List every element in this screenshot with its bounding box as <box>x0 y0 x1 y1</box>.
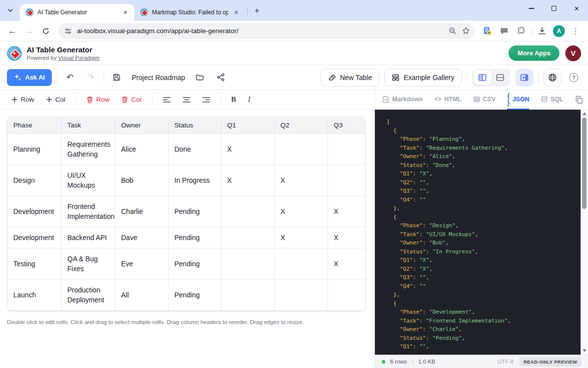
column-header[interactable]: Q1 <box>221 117 274 134</box>
tab-json[interactable]: { } JSON <box>507 90 529 110</box>
maximize-button[interactable] <box>543 0 565 17</box>
tab-markdown[interactable]: Markdown <box>383 90 423 110</box>
table-cell[interactable]: Done <box>168 134 221 165</box>
downloads-icon[interactable] <box>535 24 550 39</box>
minimize-button[interactable] <box>520 0 543 17</box>
table-cell[interactable] <box>221 196 274 227</box>
table-cell[interactable]: Dave <box>115 227 168 248</box>
column-header[interactable]: Task <box>61 117 115 134</box>
table-cell[interactable]: Design <box>7 165 61 196</box>
scroll-down-icon[interactable] <box>583 349 587 352</box>
tab-close-icon[interactable]: ✕ <box>232 8 240 16</box>
table-cell[interactable]: X <box>274 227 328 248</box>
table-cell[interactable]: Planning <box>7 134 61 165</box>
table-cell[interactable] <box>274 280 328 311</box>
table-cell[interactable]: Production Deployment <box>61 280 115 311</box>
table-cell[interactable] <box>274 134 328 165</box>
table-cell[interactable]: Development <box>7 196 61 227</box>
table-cell[interactable]: Testing <box>7 248 61 280</box>
table-cell[interactable] <box>221 280 274 311</box>
table-cell[interactable]: Eve <box>115 248 168 280</box>
table-cell[interactable] <box>328 280 366 311</box>
url-text[interactable]: ai-toolbox.visual-paradigm.com/app/ai-ta… <box>77 27 443 35</box>
scroll-up-icon[interactable] <box>583 112 587 115</box>
table-cell[interactable]: Pending <box>168 248 221 280</box>
code-lines[interactable]: [ { "Phase": "Planning", "Task": "Requir… <box>375 110 588 351</box>
zoom-icon[interactable] <box>448 27 457 35</box>
document-title[interactable]: Project Roadmap <box>132 74 185 82</box>
align-center-button[interactable] <box>178 93 195 107</box>
code-scrollbar[interactable] <box>581 110 588 355</box>
split-horizontal-button[interactable] <box>491 70 509 85</box>
column-header[interactable]: Phase <box>7 117 61 134</box>
browser-menu-icon[interactable]: ⋮ <box>568 24 583 39</box>
share-button[interactable] <box>213 70 228 85</box>
table-cell[interactable] <box>274 248 328 280</box>
table-cell[interactable]: Frontend Implementation <box>61 196 115 227</box>
more-apps-button[interactable]: More Apps <box>509 45 559 61</box>
close-button[interactable]: ✕ <box>565 0 588 17</box>
table-cell[interactable]: Pending <box>168 280 221 311</box>
table-cell[interactable] <box>328 165 366 196</box>
language-button[interactable] <box>544 69 561 86</box>
table-cell[interactable]: Development <box>7 227 61 248</box>
reload-button[interactable] <box>38 24 53 39</box>
table-cell[interactable]: All <box>115 280 168 311</box>
column-header[interactable]: Owner <box>115 117 168 134</box>
visual-paradigm-link[interactable]: Visual Paradigm <box>58 55 100 61</box>
tab-close-icon[interactable]: ✕ <box>121 8 129 16</box>
example-gallery-button[interactable]: Example Gallery <box>384 69 462 86</box>
extensions-icon[interactable] <box>514 24 528 39</box>
table-cell[interactable]: X <box>328 248 366 280</box>
omnibox[interactable]: ai-toolbox.visual-paradigm.com/app/ai-ta… <box>58 23 475 39</box>
table-cell[interactable]: Pending <box>168 196 221 227</box>
table-cell[interactable]: X <box>221 165 274 196</box>
table-cell[interactable]: X <box>274 196 328 227</box>
table-cell[interactable]: X <box>221 134 274 165</box>
back-button[interactable]: ← <box>5 24 20 39</box>
forward-button[interactable]: → <box>22 24 37 39</box>
new-table-button[interactable]: New Table <box>321 69 379 86</box>
table-cell[interactable]: Requirements Gathering <box>61 134 115 165</box>
delete-col-button[interactable]: Col <box>117 93 146 107</box>
new-tab-button[interactable]: + <box>251 6 263 16</box>
table-cell[interactable]: QA & Bug Fixes <box>61 248 115 280</box>
add-col-button[interactable]: Col <box>41 93 70 107</box>
table-cell[interactable]: Pending <box>168 227 221 248</box>
table-cell[interactable]: Charlie <box>115 196 168 227</box>
profile-avatar[interactable]: A <box>551 24 566 39</box>
table-cell[interactable]: X <box>328 196 366 227</box>
table-cell[interactable]: X <box>274 165 328 196</box>
undo-button[interactable]: ↶ <box>62 70 78 85</box>
table-cell[interactable]: UI/UX Mockups <box>61 165 115 196</box>
align-left-button[interactable] <box>158 93 175 107</box>
tab-search-button[interactable] <box>4 4 17 17</box>
table-cell[interactable]: Bob <box>115 165 168 196</box>
scrollbar-thumb[interactable] <box>582 118 587 209</box>
column-header[interactable]: Q2 <box>274 117 328 134</box>
column-header[interactable]: Status <box>168 117 221 134</box>
align-right-button[interactable] <box>198 93 215 107</box>
tab-html[interactable]: <> HTML <box>435 90 462 110</box>
user-avatar[interactable]: V <box>565 45 581 61</box>
reading-mode-icon[interactable] <box>480 24 495 39</box>
site-settings-icon[interactable] <box>64 27 72 35</box>
comment-icon[interactable] <box>497 24 512 39</box>
collapse-panel-button[interactable] <box>515 69 533 86</box>
tab-sql[interactable]: SQL <box>541 90 563 110</box>
copy-button[interactable] <box>575 96 583 104</box>
add-row-button[interactable]: Row <box>7 93 38 107</box>
help-button[interactable]: ? <box>566 70 581 85</box>
ask-ai-button[interactable]: Ask AI <box>7 69 52 86</box>
table-cell[interactable] <box>221 227 274 248</box>
browser-tab-active[interactable]: AI Table Generator ✕ <box>20 4 134 21</box>
table-cell[interactable] <box>221 248 274 280</box>
table-cell[interactable]: Backend API <box>61 227 115 248</box>
table-cell[interactable]: X <box>328 227 366 248</box>
table-cell[interactable]: Launch <box>7 280 61 311</box>
column-header[interactable]: Q3 <box>328 117 366 134</box>
split-vertical-button[interactable] <box>474 70 491 85</box>
open-folder-button[interactable] <box>192 70 208 85</box>
delete-row-button[interactable]: Row <box>82 93 114 107</box>
table-cell[interactable]: Alice <box>115 134 168 165</box>
